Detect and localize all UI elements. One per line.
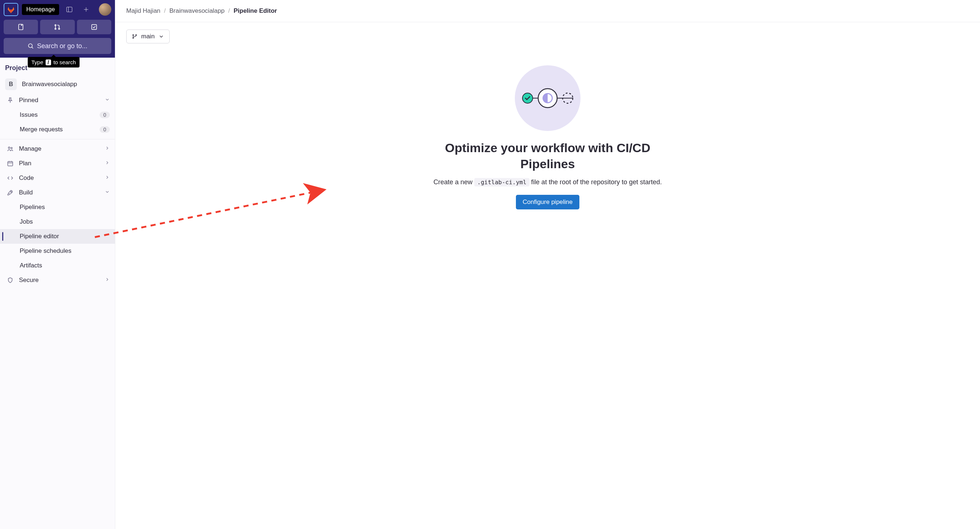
todos-shortcut[interactable] [77,20,111,34]
empty-title: Optimize your workflow with CI/CD Pipeli… [420,140,675,172]
svg-point-20 [136,35,137,36]
svg-point-12 [11,148,13,149]
branch-selector[interactable]: main [126,30,170,43]
branch-icon [132,33,138,40]
project-name: Brainwavesocialapp [22,81,77,88]
breadcrumb-project[interactable]: Brainwavesocialapp [169,7,224,14]
branch-name: main [141,33,155,40]
mr-count: 0 [100,126,110,133]
nav-plan[interactable]: Plan [0,156,115,171]
chevron-down-icon [105,189,110,196]
user-avatar[interactable] [99,3,111,16]
issues-count: 0 [100,112,110,118]
nav-pinned-label: Pinned [19,97,38,104]
main-area: Majid Hajian / Brainwavesocialapp / Pipe… [115,0,980,529]
svg-rect-13 [8,162,13,166]
project-initial-badge: B [5,78,17,90]
svg-point-5 [55,24,56,25]
breadcrumbs: Majid Hajian / Brainwavesocialapp / Pipe… [115,0,980,22]
svg-rect-0 [67,7,72,12]
chevron-right-icon [105,276,110,284]
chevron-right-icon [105,175,110,182]
breadcrumb-owner[interactable]: Majid Hajian [126,7,161,14]
svg-point-7 [59,28,60,29]
rocket-icon [6,189,14,196]
build-pipeline-schedules[interactable]: Pipeline schedules [0,244,115,258]
chevron-down-icon [158,33,164,40]
build-pipelines[interactable]: Pipelines [0,200,115,214]
svg-point-22 [522,93,533,103]
search-hint-tooltip: Type / to search [28,57,80,67]
pinned-merge-requests[interactable]: Merge requests 0 [0,122,115,137]
svg-rect-8 [92,24,96,29]
empty-state: Optimize your workflow with CI/CD Pipeli… [126,65,969,210]
chevron-right-icon [105,160,110,167]
svg-point-18 [133,35,134,36]
chevron-down-icon [105,97,110,104]
nav-secure[interactable]: Secure [0,273,115,288]
svg-line-10 [32,47,33,49]
topbar: Homepage Search or go to... [0,0,115,58]
shield-icon [6,276,14,284]
nav-manage[interactable]: Manage [0,141,115,156]
nav-code[interactable]: Code [0,171,115,185]
gitlab-logo[interactable] [4,3,18,16]
plus-icon[interactable] [80,3,93,16]
pipeline-illustration [515,65,581,131]
calendar-icon [6,160,14,167]
svg-point-19 [133,38,134,39]
svg-point-11 [8,147,10,149]
pinned-issues[interactable]: Issues 0 [0,108,115,122]
sidebar: Homepage Search or go to... [0,0,115,529]
empty-description: Create a new .gitlab-ci.yml file at the … [433,178,662,186]
svg-point-6 [55,28,56,29]
svg-point-17 [11,192,11,192]
users-icon [6,145,14,153]
project-link[interactable]: B Brainwavesocialapp [0,76,115,93]
merge-requests-shortcut[interactable] [40,20,75,34]
homepage-tooltip: Homepage [22,4,59,15]
slash-key: / [46,59,51,65]
build-pipeline-editor[interactable]: Pipeline editor [0,229,115,244]
panel-toggle-icon[interactable] [63,3,76,16]
issues-shortcut[interactable] [4,20,38,34]
ci-filename: .gitlab-ci.yml [474,178,530,186]
pin-icon [6,97,14,104]
configure-pipeline-button[interactable]: Configure pipeline [516,195,579,210]
nav-build[interactable]: Build [0,185,115,200]
code-icon [6,175,14,182]
build-jobs[interactable]: Jobs [0,214,115,229]
search-placeholder: Search or go to... [37,42,87,50]
breadcrumb-current: Pipeline Editor [234,7,277,14]
build-artifacts[interactable]: Artifacts [0,258,115,273]
search-input[interactable]: Search or go to... [4,38,111,54]
svg-point-9 [29,44,32,48]
nav-pinned[interactable]: Pinned [0,93,115,108]
chevron-right-icon [105,145,110,153]
